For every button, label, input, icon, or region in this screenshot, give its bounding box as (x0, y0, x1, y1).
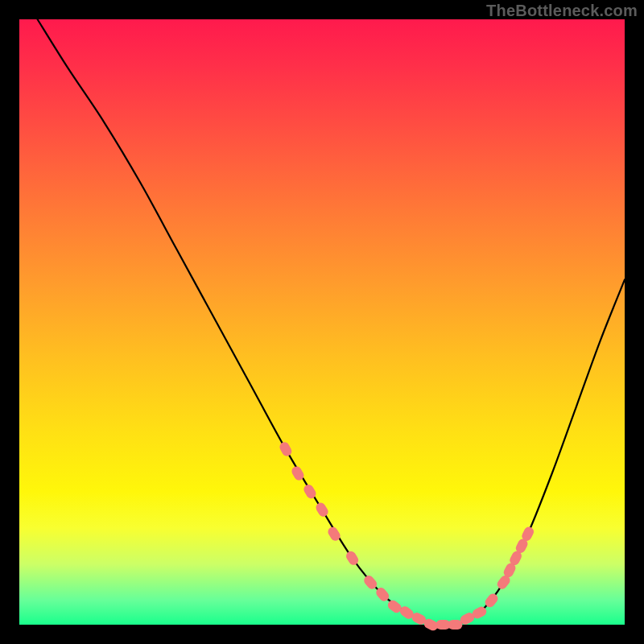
plot-area (19, 19, 625, 625)
curve-marker (278, 440, 293, 458)
curve-marker (345, 549, 361, 567)
marker-group (278, 440, 535, 632)
chart-svg (19, 19, 625, 625)
curve-marker (448, 620, 462, 630)
attribution-text: TheBottleneck.com (486, 2, 638, 20)
curve-marker (314, 501, 330, 518)
chart-frame: TheBottleneck.com (0, 0, 644, 644)
